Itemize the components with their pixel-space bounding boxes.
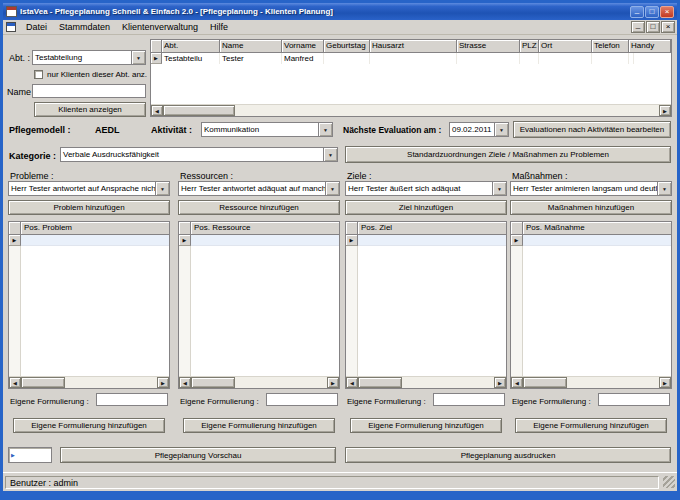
chevron-down-icon[interactable]: ▼ [657,182,671,195]
row-gutter: ▶ [151,53,162,64]
col-header-handy[interactable]: Handy [629,40,671,53]
custom-formulation-input[interactable] [266,393,338,406]
ziel-list-scrollbar[interactable]: ◀ ▶ [346,376,506,388]
row-marker-icon: ▶ [11,453,15,458]
client-row[interactable]: ▶ Testabteilu Tester Manfred [151,53,671,64]
col-header-strasse[interactable]: Strasse [457,40,520,53]
massnahme-add-button[interactable]: Maßnahmen hinzufügen [510,200,672,215]
scroll-thumb[interactable] [21,377,65,388]
problem-add-button[interactable]: Problem hinzufügen [8,200,170,215]
scroll-right-arrow-icon[interactable]: ▶ [494,377,506,388]
minimize-icon[interactable]: _ [630,6,644,18]
problem-list-scrollbar[interactable]: ◀ ▶ [9,376,169,388]
chevron-down-icon[interactable]: ▼ [325,182,339,195]
ressource-add-button[interactable]: Ressource hinzufügen [178,200,340,215]
col-header-abt[interactable]: Abt. [162,40,220,53]
maximize-icon[interactable]: □ [645,6,659,18]
ressource-list[interactable]: Pos. Ressource ▶ ◀ ▶ [178,221,340,389]
scroll-track[interactable] [523,377,659,388]
massnahme-list[interactable]: Pos. Maßnahme ▶ ◀ ▶ [510,221,672,389]
kategorie-combobox[interactable]: Verbale Ausdrucksfähigkeit ▼ [60,147,338,162]
only-clients-checkbox[interactable] [34,70,43,79]
chevron-down-icon[interactable]: ▼ [323,148,337,161]
ziel-list[interactable]: Pos. Ziel ▶ ◀ ▶ [345,221,507,389]
custom-formulation-add-button[interactable]: Eigene Formulierung hinzufügen [515,418,667,433]
care-plan-preview-button[interactable]: Pflegeplanung Vorschau [60,447,336,463]
col-header-hausarzt[interactable]: Hausarzt [370,40,457,53]
aktivitaet-label: Aktivität : [151,125,192,135]
col-header-ort[interactable]: Ort [539,40,592,53]
name-input[interactable] [32,84,146,98]
problem-list[interactable]: Pos. Problem ▶ ◀ ▶ [8,221,170,389]
scroll-track[interactable] [163,105,659,116]
scroll-left-arrow-icon[interactable]: ◀ [9,377,21,388]
custom-formulation-add-button[interactable]: Eigene Formulierung hinzufügen [350,418,502,433]
ressource-list-scrollbar[interactable]: ◀ ▶ [179,376,339,388]
menu-klientenverwaltung[interactable]: Klientenverwaltung [116,21,204,33]
scroll-right-arrow-icon[interactable]: ▶ [659,105,671,116]
child-window-icon[interactable] [6,22,16,32]
menu-datei[interactable]: Datei [20,21,53,33]
scroll-left-arrow-icon[interactable]: ◀ [179,377,191,388]
list-gutter-column [511,246,523,376]
scroll-left-arrow-icon[interactable]: ◀ [511,377,523,388]
col-header-telefon[interactable]: Telefon [592,40,629,53]
ressource-combobox[interactable]: Herr Tester antwortet adäquat auf manch … [178,181,340,196]
clients-grid[interactable]: Abt. Name Vorname Geburtstag Hausarzt St… [150,39,672,117]
aktivitaet-combobox[interactable]: Kommunikation ▼ [201,122,333,137]
problem-combobox[interactable]: Herr Tester antwortet auf Ansprache nich… [8,181,170,196]
menu-hilfe[interactable]: Hilfe [204,21,234,33]
evaluation-date-picker[interactable]: 09.02.2011 ▼ [449,122,509,137]
massnahme-list-row[interactable]: ▶ [511,235,671,246]
scroll-right-arrow-icon[interactable]: ▶ [327,377,339,388]
scroll-left-arrow-icon[interactable]: ◀ [151,105,163,116]
edit-evaluations-button[interactable]: Evaluationen nach Aktivitäten bearbeiten [513,121,671,138]
scroll-thumb[interactable] [358,377,402,388]
scroll-thumb[interactable] [163,105,235,116]
chevron-down-icon[interactable]: ▼ [155,182,169,195]
care-plan-print-button[interactable]: Pflegeplanung ausdrucken [345,447,671,463]
scroll-track[interactable] [358,377,494,388]
cell-telefon [592,53,629,64]
col-header-vorname[interactable]: Vorname [282,40,324,53]
custom-formulation-input[interactable] [598,393,670,406]
scroll-track[interactable] [21,377,157,388]
scroll-right-arrow-icon[interactable]: ▶ [157,377,169,388]
col-header-name[interactable]: Name [220,40,282,53]
ziel-combobox[interactable]: Herr Tester äußert sich adäquat ▼ [345,181,507,196]
custom-formulation-add-button[interactable]: Eigene Formulierung hinzufügen [183,418,335,433]
ziel-add-button[interactable]: Ziel hinzufügen [345,200,507,215]
cell-strasse [457,53,520,64]
massnahme-list-scrollbar[interactable]: ◀ ▶ [511,376,671,388]
scroll-left-arrow-icon[interactable]: ◀ [346,377,358,388]
titlebar[interactable]: IstaVea - Pflegeplanung Schnell & Einfac… [3,3,677,20]
mdi-minimize-icon[interactable]: _ [631,21,645,33]
grid-horizontal-scrollbar[interactable]: ◀ ▶ [151,104,671,116]
show-clients-button[interactable]: Klienten anzeigen [34,102,146,117]
mdi-close-icon[interactable]: × [661,21,675,33]
ressource-list-row[interactable]: ▶ [179,235,339,246]
ziel-list-row[interactable]: ▶ [346,235,506,246]
col-header-plz[interactable]: PLZ [520,40,539,53]
menu-stammdaten[interactable]: Stammdaten [53,21,116,33]
row-gutter: ▶ [346,235,358,246]
mdi-restore-icon[interactable]: □ [646,21,660,33]
standard-assignments-button[interactable]: Standardzuordnungen Ziele / Maßnahmen zu… [345,146,671,163]
massnahme-combobox[interactable]: Herr Tester animieren langsam und deutli… [510,181,672,196]
chevron-down-icon[interactable]: ▼ [318,123,332,136]
calendar-dropdown-icon[interactable]: ▼ [494,123,508,136]
chevron-down-icon[interactable]: ▼ [492,182,506,195]
custom-formulation-input[interactable] [96,393,168,406]
close-icon[interactable]: × [660,6,674,18]
col-header-geburtstag[interactable]: Geburtstag [324,40,370,53]
custom-formulation-input[interactable] [433,393,505,406]
scroll-thumb[interactable] [523,377,567,388]
abt-combobox[interactable]: Testabteilung ▼ [32,50,146,65]
scroll-track[interactable] [191,377,327,388]
chevron-down-icon[interactable]: ▼ [131,51,145,64]
scroll-right-arrow-icon[interactable]: ▶ [659,377,671,388]
resize-grip-icon[interactable] [663,476,675,488]
scroll-thumb[interactable] [191,377,235,388]
custom-formulation-add-button[interactable]: Eigene Formulierung hinzufügen [13,418,165,433]
problem-list-row[interactable]: ▶ [9,235,169,246]
